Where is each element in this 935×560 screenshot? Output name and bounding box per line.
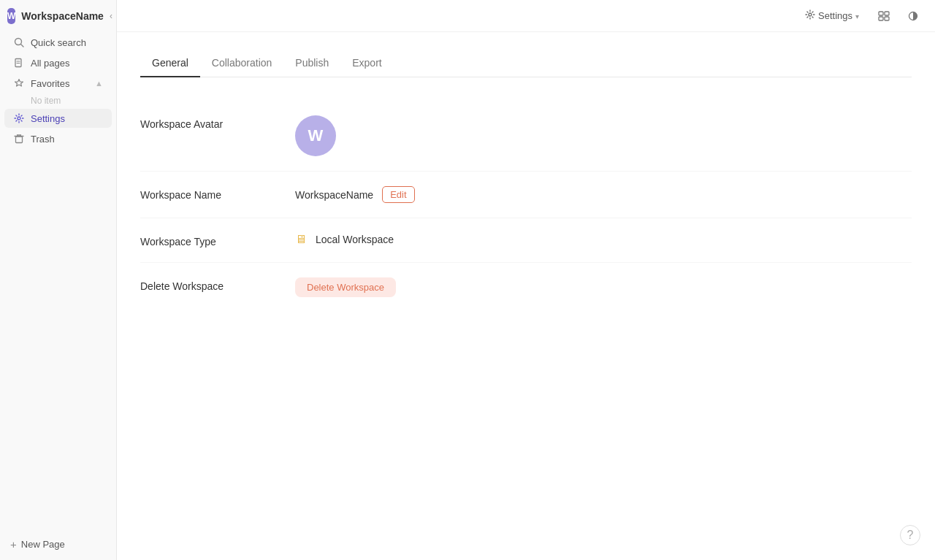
header: Settings ▾ [117, 0, 935, 32]
view-toggle-button[interactable] [874, 6, 894, 26]
workspace-name-text: WorkspaceName [295, 189, 373, 201]
workspace-type-value: 🖥 Local Workspace [295, 233, 912, 246]
svg-rect-14 [879, 17, 883, 20]
workspace-name-value: WorkspaceName Edit [295, 186, 912, 203]
new-page-button[interactable]: + New Page [4, 534, 112, 554]
svg-rect-6 [16, 137, 23, 143]
sidebar: W WorkspaceName ‹ Quick search All pages… [0, 0, 117, 560]
delete-workspace-label: Delete Workspace [140, 277, 272, 292]
tab-collaboration[interactable]: Collaboration [200, 50, 284, 77]
sidebar-item-all-pages-label: All pages [31, 58, 69, 69]
main-content: Settings ▾ General Collaboration Publish [117, 0, 935, 560]
workspace-name: WorkspaceName [21, 10, 104, 22]
sidebar-item-settings-label: Settings [31, 113, 65, 124]
workspace-name-row: Workspace Name WorkspaceName Edit [140, 172, 912, 218]
plus-icon: + [10, 539, 17, 550]
workspace-avatar-small: W [7, 8, 15, 24]
delete-workspace-button[interactable]: Delete Workspace [295, 277, 396, 297]
tab-general[interactable]: General [140, 50, 200, 77]
sidebar-favorites-label: Favorites [31, 78, 69, 89]
settings-tabs: General Collaboration Publish Export [140, 50, 912, 77]
favorites-icon [13, 77, 25, 89]
workspace-type-label: Workspace Type [140, 233, 272, 248]
search-icon [13, 37, 25, 48]
sidebar-favorites-section[interactable]: Favorites ▲ [4, 74, 112, 93]
new-page-label: New Page [21, 539, 65, 550]
chevron-down-icon: ▾ [855, 12, 859, 20]
workspace-name-label: Workspace Name [140, 186, 272, 201]
header-right: Settings ▾ [799, 6, 923, 26]
workspace-type-text: Local Workspace [316, 234, 394, 245]
sidebar-item-trash[interactable]: Trash [4, 129, 112, 148]
delete-workspace-row: Delete Workspace Delete Workspace [140, 263, 912, 312]
settings-icon [13, 112, 25, 124]
svg-line-1 [21, 45, 24, 47]
settings-dropdown-button[interactable]: Settings ▾ [799, 7, 865, 25]
workspace-header[interactable]: W WorkspaceName ‹ [0, 0, 116, 32]
workspace-avatar-label: Workspace Avatar [140, 115, 272, 130]
sidebar-item-quick-search[interactable]: Quick search [4, 33, 112, 52]
delete-workspace-value: Delete Workspace [295, 277, 912, 297]
collapse-sidebar-button[interactable]: ‹ [110, 9, 112, 23]
tab-publish[interactable]: Publish [283, 50, 340, 77]
pages-icon [13, 57, 25, 69]
svg-rect-15 [885, 17, 889, 20]
local-workspace-icon: 🖥 [295, 233, 307, 246]
workspace-avatar-value: W [295, 115, 912, 156]
trash-icon [13, 133, 25, 145]
tab-export[interactable]: Export [340, 50, 393, 77]
chevron-up-icon: ▲ [95, 79, 103, 88]
svg-point-5 [18, 117, 20, 120]
help-button[interactable]: ? [900, 525, 920, 545]
sidebar-item-quick-search-label: Quick search [31, 37, 86, 48]
no-item-label: No item [4, 94, 112, 107]
sidebar-item-settings[interactable]: Settings [4, 109, 112, 128]
sidebar-item-all-pages[interactable]: All pages [4, 53, 112, 72]
settings-label: Settings [818, 10, 852, 21]
svg-rect-13 [885, 12, 889, 15]
gear-icon [805, 9, 815, 22]
theme-toggle-button[interactable] [903, 6, 923, 26]
settings-content: General Collaboration Publish Export Wor… [117, 32, 935, 560]
workspace-avatar-large: W [295, 115, 336, 156]
edit-workspace-name-button[interactable]: Edit [382, 186, 414, 203]
workspace-type-row: Workspace Type 🖥 Local Workspace [140, 218, 912, 263]
workspace-avatar-row: Workspace Avatar W [140, 101, 912, 172]
svg-rect-12 [879, 12, 883, 15]
sidebar-item-trash-label: Trash [31, 134, 55, 145]
svg-point-11 [809, 13, 812, 16]
